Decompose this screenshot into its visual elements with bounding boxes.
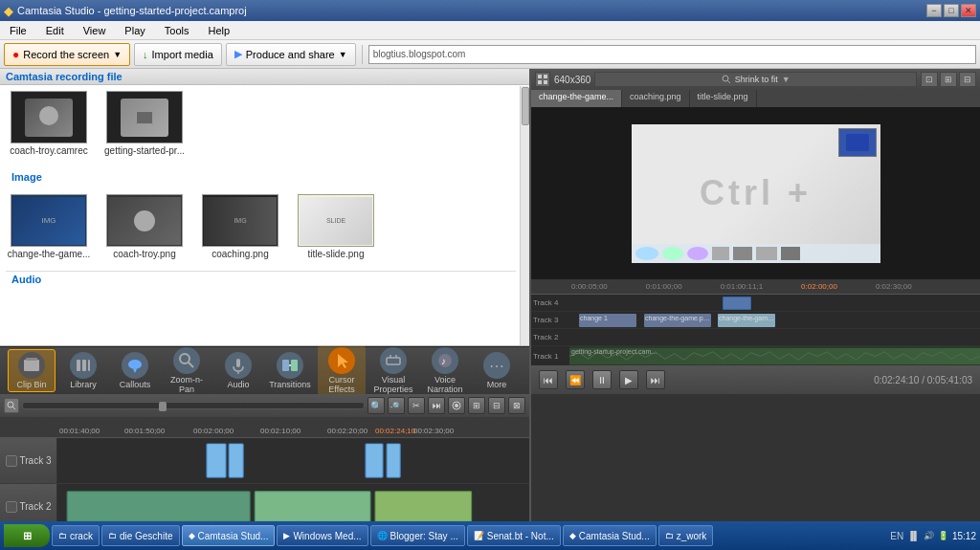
taskbar-clock: 15:12 [952, 531, 976, 541]
preview-btn-1[interactable]: ⊡ [921, 72, 938, 87]
preview-tab-2[interactable]: coaching.png [622, 90, 690, 107]
menu-view[interactable]: View [78, 23, 112, 38]
start-button[interactable]: ⊞ [4, 524, 50, 547]
zoom-out-button[interactable]: -🔍 [388, 397, 405, 414]
preview-settings-icon[interactable] [535, 72, 550, 87]
media-item-change-game[interactable]: IMG change-the-game... [6, 194, 92, 259]
cursor-effects-button[interactable]: Cursor Effects [318, 345, 366, 396]
mini-track-1-content[interactable]: getting-startup-project.cam... [569, 346, 980, 365]
mini-time-2: 0:01:00;00 [646, 282, 682, 291]
mini-track-4-content[interactable] [569, 295, 980, 311]
preview-tab-3[interactable]: title-slide.png [690, 90, 757, 107]
clip-bin-button[interactable]: Clip Bin [8, 349, 56, 392]
play-button[interactable]: ▶ [619, 370, 638, 389]
taskbar-crack[interactable]: 🗀 crack [52, 525, 100, 546]
recording-section-header: Camtasia recording file [0, 69, 529, 85]
extend-button[interactable]: ⏭ [428, 397, 445, 414]
close-button[interactable]: ✕ [961, 4, 976, 17]
produce-share-button[interactable]: ▶ Produce and share ▼ [226, 43, 356, 66]
visual-props-label: Visual Properties [371, 375, 415, 394]
media-item-coach-troy-png[interactable]: coach-troy.png [101, 194, 188, 259]
preview-bottom-bar [632, 244, 880, 263]
timeline-ruler: 00:01:40;00 00:01:50;00 00:02:00;00 00:0… [0, 417, 529, 438]
menu-bar: File Edit View Play Tools Help [0, 21, 980, 40]
media-label: change-the-game... [8, 249, 91, 259]
visual-props-button[interactable]: Visual Properties [369, 345, 417, 396]
maximize-button[interactable]: □ [944, 4, 959, 17]
scrollbar-thumb[interactable] [522, 87, 529, 125]
taskbar-blogger[interactable]: 🌐 Blogger: Stay ... [370, 525, 465, 546]
svg-rect-27 [387, 444, 400, 477]
taskbar-windows-media[interactable]: ▶ Windows Med... [277, 525, 368, 546]
timeline-extra1[interactable]: ⊟ [488, 397, 505, 414]
callouts-button[interactable]: Callouts [111, 350, 159, 391]
preview-tab-1[interactable]: change-the-game... [531, 90, 622, 107]
library-button[interactable]: Library [59, 350, 107, 391]
scrubber-thumb[interactable] [159, 402, 167, 411]
menu-play[interactable]: Play [119, 23, 150, 38]
transitions-label: Transitions [269, 380, 311, 389]
voice-narration-label: Voice Narration [423, 375, 467, 394]
rewind-button[interactable]: ⏪ [566, 370, 585, 389]
app-window: ◆ Camtasia Studio - getting-started-proj… [0, 0, 980, 550]
timeline-extra2[interactable]: ⊠ [508, 397, 525, 414]
mini-track-2-content[interactable] [569, 329, 980, 345]
svg-line-21 [12, 407, 15, 409]
import-media-button[interactable]: ↓ Import media [134, 43, 222, 66]
more-button[interactable]: ⋯ More [473, 350, 521, 391]
timeline-snap-button[interactable]: ⊞ [468, 397, 485, 414]
track-3-content[interactable] [57, 438, 529, 483]
media-label: coaching.png [212, 249, 269, 259]
split-button[interactable]: ✂ [408, 397, 425, 414]
audio-button[interactable]: Audio [214, 350, 262, 391]
menu-help[interactable]: Help [202, 23, 235, 38]
mini-track-3-content[interactable]: change 1 change-the-game.png change-the-… [569, 312, 980, 328]
svg-rect-15 [387, 358, 400, 364]
zoom-label: Zoom-n-Pan [165, 375, 209, 394]
media-label: coach-troy.png [113, 249, 175, 259]
taskbar-zwork[interactable]: 🗀 z_work [658, 525, 714, 546]
mini-track-1: Track 1 getting-startup-project.cam... [531, 346, 980, 365]
media-item-coaching-png[interactable]: IMG coaching.png [197, 194, 283, 259]
svg-rect-4 [88, 360, 90, 371]
track-3-toggle[interactable] [6, 455, 17, 467]
taskbar-camtasia-2[interactable]: ◆ Camtasia Stud... [563, 525, 657, 546]
zoom-selector[interactable]: Shrink to fit ▼ [594, 72, 917, 87]
mini-ruler: 0:00:05;00 0:01:00;00 0:01:00:11;1 0:02:… [531, 279, 980, 295]
taskbar-camtasia-1[interactable]: ◆ Camtasia Stud... [182, 525, 276, 546]
media-item-coach-troy-rec[interactable]: coach-troy.camrec [6, 91, 92, 156]
taskbar-die-geschite[interactable]: 🗀 die Geschite [101, 525, 180, 546]
taskbar-network-icon: ▐▌ [907, 531, 920, 540]
menu-tools[interactable]: Tools [159, 23, 195, 38]
more-label: More [487, 380, 507, 389]
settings-button[interactable] [448, 397, 465, 414]
skip-to-end-button[interactable]: ⏭ [646, 370, 665, 389]
timeline-toolbar: 🔍 -🔍 ✂ ⏭ ⊞ ⊟ ⊠ [0, 394, 529, 417]
voice-narration-button[interactable]: ♪ Voice Narration [421, 345, 469, 396]
media-label: title-slide.png [308, 249, 365, 259]
menu-edit[interactable]: Edit [40, 23, 70, 38]
skip-to-start-button[interactable]: ⏮ [539, 370, 558, 389]
taskbar-senat[interactable]: 📝 Senat.bt - Not... [467, 525, 561, 546]
zoom-n-pan-button[interactable]: Zoom-n-Pan [163, 345, 211, 396]
media-item-title-slide[interactable]: SLIDE title-slide.png [293, 194, 379, 259]
preview-canvas: Ctrl + [531, 107, 980, 279]
recording-title: Camtasia recording file [6, 71, 122, 82]
zoom-in-button[interactable]: 🔍 [368, 397, 385, 414]
transitions-button[interactable]: Transitions [266, 350, 314, 391]
timeline-scrubber[interactable] [22, 402, 365, 409]
ruler-mark-1: 00:01:40;00 [59, 427, 100, 435]
preview-btn-3[interactable]: ⊟ [959, 72, 976, 87]
mini-clip-change: change 1 [579, 314, 636, 327]
preview-btn-2[interactable]: ⊞ [940, 72, 957, 87]
mini-clip-1 [723, 297, 751, 310]
media-item-getting-started[interactable]: getting-started-pr... [101, 91, 188, 156]
track-2-toggle[interactable] [6, 501, 17, 513]
menu-file[interactable]: File [4, 23, 33, 38]
record-screen-button[interactable]: ● Record the screen ▼ [4, 43, 130, 66]
mini-time-4: 0:02:30;00 [876, 282, 912, 291]
svg-point-36 [723, 76, 728, 81]
scrollbar[interactable] [520, 86, 529, 345]
minimize-button[interactable]: − [926, 4, 942, 17]
pause-button[interactable]: ⏸ [592, 370, 612, 389]
